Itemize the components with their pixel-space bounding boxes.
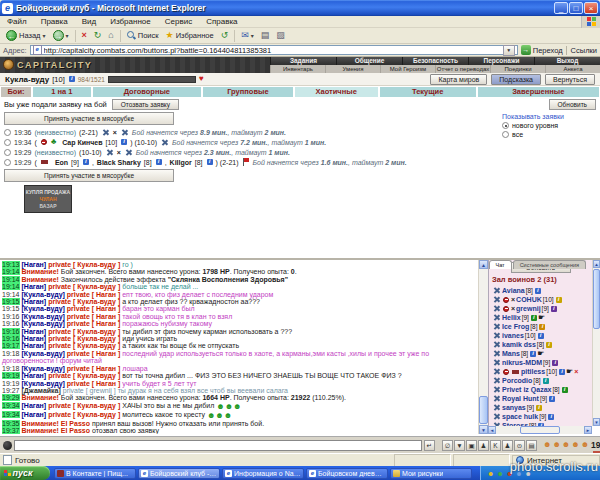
scroll-right-icon[interactable]: ► (584, 426, 592, 434)
filter-option[interactable]: все (502, 131, 594, 138)
cancel-application-button[interactable]: Отозвать заявку (112, 99, 179, 110)
save-button[interactable]: ▣ (466, 440, 477, 451)
nav-top-item[interactable]: Выход (534, 57, 600, 65)
dropdown-arrow-icon[interactable]: ▾ (66, 32, 69, 39)
player-name[interactable]: Hellix (502, 314, 521, 321)
nav-sub-item[interactable]: Отчет о переводах (435, 65, 490, 73)
smiley-icon[interactable]: ☻ (552, 441, 560, 449)
nav-top-item[interactable]: Безопасность (402, 57, 468, 65)
home-button[interactable]: ⌂ (105, 29, 116, 43)
info-icon[interactable] (559, 369, 565, 375)
info-icon[interactable] (531, 315, 537, 321)
taskbar-task[interactable]: eБойцовский клуб - М... (138, 468, 220, 479)
mail-button[interactable]: ✉▾ (238, 29, 257, 43)
scroll-up-icon[interactable]: ▲ (479, 260, 488, 269)
smiley-icon[interactable]: ☻ (581, 441, 589, 449)
refresh-button[interactable]: ↻ (91, 29, 105, 43)
smiley-picker-button[interactable] (3, 441, 12, 450)
player-name[interactable]: Royal Hunt (502, 395, 539, 402)
nav-top-item[interactable]: Задания (270, 57, 336, 65)
roster-hscrollbar[interactable]: ◄ ► (488, 426, 592, 434)
back-button[interactable]: ←Назад▾ (3, 29, 49, 43)
battle-radio[interactable] (4, 159, 11, 166)
scroll-thumb[interactable] (593, 269, 600, 329)
player-name[interactable]: Ice Frog (502, 323, 529, 330)
info-icon[interactable] (539, 324, 545, 330)
menu-item[interactable]: Справка (199, 17, 244, 26)
nav-sub-item[interactable]: Анкета (545, 65, 600, 73)
menu-item[interactable]: Избранное (103, 17, 158, 26)
chat-scrollbar[interactable]: ▲ ▼ (478, 260, 488, 434)
run-button[interactable]: ♟ (478, 440, 489, 451)
taskbar-task[interactable]: eИнформация о Nага... (222, 468, 304, 479)
player-name[interactable]: pitiless (521, 368, 545, 375)
translit-button[interactable]: K (490, 440, 501, 451)
player-name[interactable]: ivanes (502, 332, 524, 339)
person-button[interactable]: ♟ (502, 440, 513, 451)
minimize-button[interactable]: _ (554, 2, 568, 14)
dropdown-arrow-icon[interactable]: ▾ (251, 32, 254, 39)
menu-item[interactable]: Правка (34, 17, 75, 26)
world-map-button[interactable]: Карта миров (430, 74, 487, 85)
scroll-left-icon[interactable]: ◄ (488, 426, 496, 434)
smiley-icon[interactable]: ☻ (562, 441, 570, 449)
tab-1[interactable]: 1 на 1 (33, 87, 91, 97)
refresh-list-button[interactable]: Обновить (549, 99, 596, 110)
start-button[interactable]: пуск (0, 466, 50, 480)
clock-button[interactable]: ⊙ (514, 440, 525, 451)
player-name[interactable]: Privet iz Qazax (502, 386, 551, 393)
info-icon[interactable] (556, 297, 562, 303)
menu-item[interactable]: Сервис (158, 17, 199, 26)
taskbar-task[interactable]: Мои рисунки (390, 468, 472, 479)
player-row[interactable]: sanyas[9] (489, 403, 592, 412)
player-row[interactable]: Porcodio[8] (489, 376, 592, 385)
smiley-icon[interactable]: ☻ (543, 441, 551, 449)
nav-sub-item[interactable]: Инвентарь (270, 65, 325, 73)
tab-3[interactable]: Групповые (203, 87, 292, 97)
links-label[interactable]: Ссылки (566, 46, 597, 55)
maximize-button[interactable]: □ (569, 2, 583, 14)
tray-icon[interactable]: ☻ (496, 470, 503, 477)
menu-item[interactable]: Вид (75, 17, 103, 26)
erase-button[interactable]: ∅ (442, 440, 453, 451)
forward-button[interactable]: →▾ (50, 29, 72, 43)
info-icon[interactable] (536, 405, 542, 411)
info-icon[interactable] (548, 414, 554, 420)
player-name[interactable]: grewnij (516, 305, 541, 312)
meatgrinder-button-bottom[interactable]: Принять участие в мясорубке (4, 169, 174, 182)
history-button[interactable]: ↺ (218, 29, 232, 43)
tab-2[interactable]: Договорные (93, 87, 202, 97)
info-icon[interactable] (538, 333, 544, 339)
ad-banner[interactable]: КУПЛЯ ПРОДАЖАЧУЛАНБАЗАР (24, 185, 72, 213)
info-icon[interactable] (530, 351, 536, 357)
camera-button[interactable]: ▤ (526, 440, 537, 451)
player-name[interactable]: kamik dss (502, 341, 536, 348)
scroll-thumb[interactable] (520, 426, 560, 434)
player-name[interactable]: nikrus-MDM (502, 359, 542, 366)
scroll-up-icon[interactable]: ▲ (593, 260, 600, 268)
go-button[interactable]: → Переход (521, 45, 563, 55)
player-row[interactable]: kamik dss[8] (489, 340, 592, 349)
info-icon[interactable] (543, 378, 549, 384)
player-name[interactable]: Porcodio (502, 377, 532, 384)
player-name[interactable]: Mans (502, 350, 520, 357)
print-button[interactable]: ▤ (258, 29, 273, 43)
smiley-icon[interactable]: ☻ (571, 441, 579, 449)
favorites-button[interactable]: ★Избранное (163, 29, 217, 43)
battle-radio[interactable] (4, 149, 11, 156)
taskbar-task[interactable]: eБойцовском дневни... (306, 468, 388, 479)
chat-tab[interactable]: Чат (489, 260, 512, 269)
search-button[interactable]: Поиск (124, 29, 162, 43)
stop-button[interactable]: × (79, 29, 90, 43)
taskbar-task[interactable]: В Контакте | Пищ... (54, 468, 136, 479)
player-row[interactable]: × COHUK[10] (489, 295, 592, 304)
battle-radio[interactable] (4, 129, 11, 136)
info-icon[interactable] (549, 396, 555, 402)
player-row[interactable]: Royal Hunt[9] (489, 394, 592, 403)
player-row[interactable]: Mans[8]☛ (489, 349, 592, 358)
player-name[interactable]: COHUK (516, 296, 542, 303)
dropdown-arrow-icon[interactable]: ▾ (43, 32, 46, 39)
scroll-down-icon[interactable]: ▼ (593, 418, 600, 426)
tab-4[interactable]: Хаотичные (295, 87, 378, 97)
filter-button[interactable]: ▼ (454, 440, 465, 451)
